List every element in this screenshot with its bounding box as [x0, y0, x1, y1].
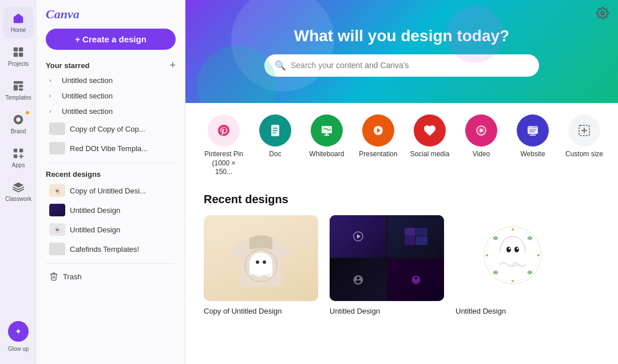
doc-label: Doc	[269, 150, 281, 159]
recent-section: Recent designs	[185, 188, 618, 327]
svg-point-51	[509, 247, 510, 249]
hero-decor-2	[197, 46, 277, 103]
projects-label: Projects	[8, 61, 29, 68]
svg-point-29	[529, 126, 530, 128]
chevron-icon-1: ›	[49, 77, 57, 84]
settings-button[interactable]	[596, 7, 609, 22]
website-label: Website	[520, 150, 545, 159]
recent-thumb-2	[49, 204, 65, 216]
sidebar-item-projects[interactable]: Projects	[3, 41, 33, 72]
templates-icon	[11, 79, 25, 93]
settings-area	[596, 7, 609, 22]
starred-section-label: Your starred	[46, 61, 89, 70]
untitled-section-label-2: Untitled section	[62, 92, 113, 100]
starred-thumb-1	[49, 122, 65, 135]
starred-item-1[interactable]: Copy of Copy of Cop...	[40, 119, 181, 139]
quick-action-pinterest[interactable]: Pinterest Pin(1000 × 150...	[204, 114, 244, 177]
hero-banner: What will you design today? 🔍	[185, 0, 618, 103]
recent-item-3[interactable]: 👻 Untitled Design	[40, 220, 181, 239]
starred-add-button[interactable]: +	[169, 60, 176, 70]
quick-action-video[interactable]: Video	[461, 114, 501, 177]
sidebar-item-home[interactable]: Home	[3, 7, 33, 38]
design-card-3[interactable]: Untitled Design	[455, 215, 570, 316]
website-icon	[517, 114, 549, 147]
untitled-section-3[interactable]: › Untitled section	[40, 104, 181, 119]
chevron-icon-3: ›	[49, 108, 57, 114]
svg-point-50	[514, 247, 519, 252]
design-card-title-3: Untitled Design	[455, 307, 506, 315]
svg-rect-13	[14, 155, 17, 158]
pinterest-icon	[208, 114, 240, 147]
whiteboard-icon	[311, 114, 343, 147]
doc-icon	[259, 114, 291, 147]
svg-rect-0	[17, 19, 20, 23]
starred-item-label-2: Red DOt Vibe Templa...	[70, 144, 148, 153]
video-cell-3	[330, 259, 386, 301]
quick-action-doc[interactable]: Doc	[255, 114, 295, 177]
quick-action-social[interactable]: Social media	[410, 114, 450, 177]
sweatshirt-visual	[204, 215, 318, 301]
recent-item-label-1: Copy of Untitled Desi...	[70, 187, 146, 195]
recent-item-1[interactable]: 👻 Copy of Untitled Desi...	[40, 181, 181, 200]
presentation-label: Presentation	[359, 150, 397, 159]
recent-item-label-3: Untitled Design	[70, 225, 120, 234]
pinterest-label: Pinterest Pin(1000 × 150...	[204, 150, 244, 177]
search-icon: 🔍	[275, 60, 286, 71]
design-card-1[interactable]: Copy of Untitled Design	[204, 215, 318, 316]
svg-point-16	[601, 11, 604, 15]
recent-item-4[interactable]: Cafefinds Templates!	[40, 239, 181, 259]
untitled-section-2[interactable]: › Untitled section	[40, 88, 181, 104]
sidebar-item-templates[interactable]: Templates	[3, 74, 33, 106]
social-icon	[414, 114, 446, 147]
ghost-illustration-visual	[455, 215, 570, 301]
presentation-icon	[362, 114, 394, 147]
glowup-icon: ✦	[8, 321, 29, 342]
untitled-section-label-1: Untitled section	[62, 76, 113, 85]
svg-rect-1	[14, 48, 18, 52]
svg-point-10	[16, 117, 20, 121]
trash-icon	[49, 272, 58, 281]
svg-rect-12	[19, 149, 23, 152]
sidebar-item-apps[interactable]: Apps	[3, 142, 33, 173]
classwork-label: Classwork	[5, 196, 31, 203]
hero-decor-1	[231, 0, 334, 92]
custom-label: Custom size	[565, 150, 603, 159]
quick-action-website[interactable]: Website	[513, 114, 553, 177]
video-cell-1	[330, 215, 386, 258]
chevron-icon-2: ›	[49, 93, 57, 99]
social-label: Social media	[410, 150, 450, 159]
main-content: What will you design today? 🔍 Pinterest …	[185, 0, 618, 364]
svg-rect-2	[19, 48, 23, 52]
design-thumb-2	[330, 215, 444, 301]
sidebar-item-glowup[interactable]: ✦ Glow up	[3, 316, 33, 357]
sidebar-item-classwork[interactable]: Classwork	[3, 176, 33, 207]
quick-action-custom[interactable]: Custom size	[564, 114, 604, 177]
starred-item-2[interactable]: Red DOt Vibe Templa...	[40, 139, 181, 158]
quick-action-whiteboard[interactable]: Whiteboard	[307, 114, 347, 177]
recent-item-2[interactable]: Untitled Design	[40, 200, 181, 220]
recent-designs-label: Recent designs	[37, 168, 185, 181]
templates-label: Templates	[5, 94, 31, 101]
untitled-section-1[interactable]: › Untitled section	[40, 73, 181, 88]
settings-icon	[596, 7, 609, 19]
sidebar-divider-2	[46, 263, 176, 264]
svg-rect-11	[14, 149, 17, 152]
svg-rect-7	[19, 85, 23, 88]
svg-rect-5	[14, 81, 23, 84]
video-grid-visual	[330, 215, 444, 301]
quick-action-presentation[interactable]: Presentation	[358, 114, 398, 177]
svg-point-30	[531, 126, 532, 128]
projects-icon	[11, 45, 25, 59]
recent-thumb-3: 👻	[49, 223, 65, 236]
svg-rect-28	[528, 126, 538, 128]
svg-rect-4	[19, 53, 23, 57]
create-design-button[interactable]: + Create a design	[46, 29, 176, 50]
svg-point-49	[506, 247, 511, 252]
sidebar-item-brand[interactable]: Brand	[3, 108, 33, 140]
search-input[interactable]	[291, 61, 529, 70]
design-card-2[interactable]: Untitled Design	[330, 215, 444, 316]
recent-thumb-1: 👻	[49, 184, 65, 197]
design-card-title-1: Copy of Untitled Design	[204, 307, 282, 315]
trash-item[interactable]: Trash	[40, 268, 181, 284]
untitled-section-label-3: Untitled section	[62, 107, 113, 116]
